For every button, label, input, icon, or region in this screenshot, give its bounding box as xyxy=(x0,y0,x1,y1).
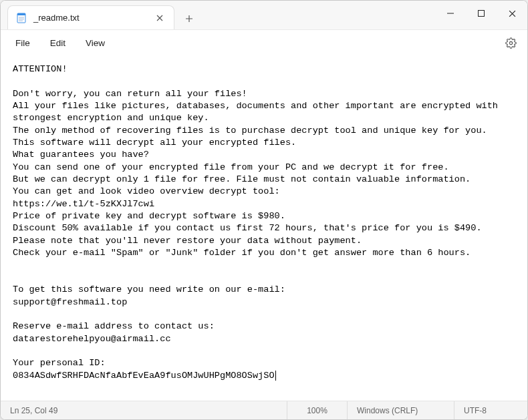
minimize-button[interactable] xyxy=(435,1,466,26)
text-editor[interactable]: ATTENTION! Don't worry, you can return a… xyxy=(1,55,527,401)
menubar: File Edit View xyxy=(1,30,527,55)
tab-strip: _readme.txt xyxy=(1,1,200,29)
status-line-endings[interactable]: Windows (CRLF) xyxy=(347,401,454,419)
statusbar: Ln 25, Col 49 100% Windows (CRLF) UTF-8 xyxy=(1,401,527,419)
status-position: Ln 25, Col 49 xyxy=(1,401,67,419)
status-zoom[interactable]: 100% xyxy=(287,401,347,419)
settings-button[interactable] xyxy=(499,33,522,53)
status-encoding[interactable]: UTF-8 xyxy=(454,401,527,419)
new-tab-button[interactable] xyxy=(178,8,200,29)
menu-edit[interactable]: Edit xyxy=(41,34,75,52)
close-window-button[interactable] xyxy=(497,1,527,26)
window-controls xyxy=(435,1,527,26)
tab-active[interactable]: _readme.txt xyxy=(7,5,174,29)
close-tab-button[interactable] xyxy=(154,12,166,24)
titlebar: _readme.txt xyxy=(1,1,527,30)
svg-rect-1 xyxy=(17,13,25,15)
svg-rect-5 xyxy=(479,11,485,17)
maximize-button[interactable] xyxy=(466,1,497,26)
svg-point-6 xyxy=(509,41,512,44)
text-caret xyxy=(275,371,276,381)
menu-view[interactable]: View xyxy=(76,34,114,52)
tab-title: _readme.txt xyxy=(33,13,147,23)
menu-file[interactable]: File xyxy=(6,34,39,52)
notepad-window: _readme.txt File Edit View xyxy=(0,0,528,420)
notepad-icon xyxy=(16,13,27,23)
document-text: ATTENTION! Don't worry, you can return a… xyxy=(13,64,503,381)
